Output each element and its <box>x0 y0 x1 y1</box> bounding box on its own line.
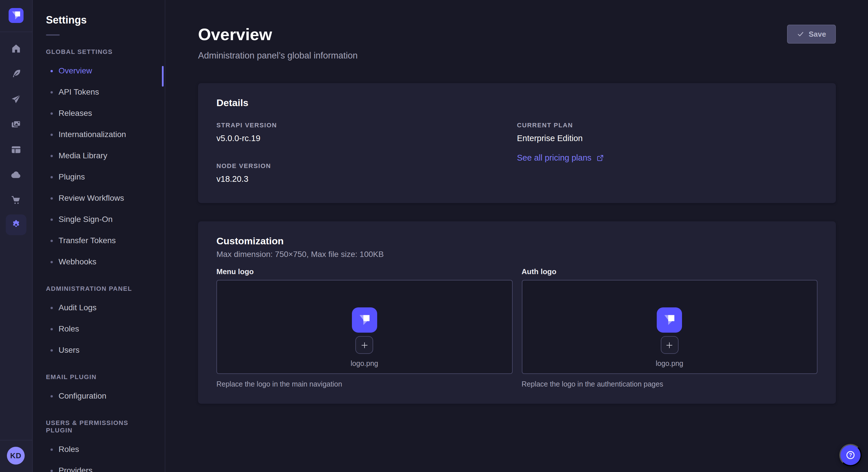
subnav-item-plugins[interactable]: Plugins <box>32 166 165 188</box>
cloud-icon <box>10 169 22 181</box>
feather-icon <box>10 68 22 80</box>
subnav-item-webhooks[interactable]: Webhooks <box>32 251 165 272</box>
strapi-logo-icon <box>660 311 679 329</box>
question-circle-icon: ? <box>844 449 857 461</box>
check-icon <box>797 30 804 38</box>
menu-logo-filename: logo.png <box>351 360 378 368</box>
plus-icon <box>361 341 369 349</box>
auth-logo-add-button[interactable] <box>661 336 679 354</box>
gear-icon <box>10 219 22 231</box>
section-title-users-permissions-plugin: USERS & PERMISSIONS PLUGIN <box>46 419 151 434</box>
rail-item-settings[interactable] <box>6 214 26 235</box>
save-button[interactable]: Save <box>787 25 836 43</box>
section-title-email-plugin: EMAIL PLUGIN <box>46 373 151 381</box>
strapi-logo-icon <box>9 8 24 23</box>
main-content: Overview Administration panel’s global i… <box>166 0 868 472</box>
rail-item-cloud[interactable] <box>5 164 28 187</box>
main-nav-rail: KD <box>0 0 33 472</box>
section-title-global-settings: GLOBAL SETTINGS <box>46 48 151 56</box>
auth-logo-label: Auth logo <box>522 267 817 276</box>
rail-item-content-manager[interactable] <box>5 138 28 161</box>
bullet-icon <box>51 70 53 72</box>
rail-item-marketplace[interactable] <box>5 189 28 212</box>
subnav-item-admin-roles[interactable]: Roles <box>32 318 165 339</box>
auth-logo-filename: logo.png <box>656 360 683 368</box>
menu-logo-add-button[interactable] <box>355 336 373 354</box>
rail-divider <box>0 32 32 32</box>
strapi-logo-icon <box>355 311 374 329</box>
subnav-item-admin-users[interactable]: Users <box>32 339 165 361</box>
field-value: v5.0.0-rc.19 <box>216 133 517 144</box>
bullet-icon <box>51 469 53 472</box>
menu-logo-preview[interactable] <box>352 307 377 333</box>
details-card-title: Details <box>216 97 817 109</box>
auth-logo-dropzone[interactable]: logo.png <box>522 280 817 374</box>
auth-logo-preview[interactable] <box>657 307 682 333</box>
subnav-item-transfer-tokens[interactable]: Transfer Tokens <box>32 230 165 251</box>
rail-item-releases[interactable] <box>5 88 28 111</box>
bullet-icon <box>51 133 53 136</box>
bullet-icon <box>51 112 53 114</box>
pricing-plans-link-label: See all pricing plans <box>517 152 592 164</box>
auth-logo-hint: Replace the logo in the authentication p… <box>522 380 817 389</box>
save-button-label: Save <box>809 30 826 38</box>
subnav-item-audit-logs[interactable]: Audit Logs <box>32 297 165 318</box>
bullet-icon <box>51 218 53 221</box>
subnav-scrollbar[interactable] <box>162 66 164 87</box>
customization-card: Customization Max dimension: 750×750, Ma… <box>198 222 836 404</box>
cart-icon <box>10 194 22 206</box>
subnav-item-up-roles[interactable]: Roles <box>32 439 165 460</box>
svg-text:?: ? <box>849 452 852 458</box>
pictures-icon <box>10 119 22 130</box>
user-avatar[interactable]: KD <box>7 447 25 465</box>
subnav-title-rule <box>46 34 60 36</box>
bullet-icon <box>51 261 53 263</box>
bullet-icon <box>51 349 53 351</box>
field-current-plan: CURRENT PLAN Enterprise Edition See all … <box>517 122 817 185</box>
subnav-item-up-providers[interactable]: Providers <box>32 460 165 472</box>
menu-logo-hint: Replace the logo in the main navigation <box>216 380 513 389</box>
subnav-title: Settings <box>46 14 151 26</box>
settings-subnav: Settings GLOBAL SETTINGS Overview API To… <box>32 0 165 472</box>
bullet-icon <box>51 239 53 242</box>
rail-item-home[interactable] <box>5 37 28 60</box>
field-node-version: NODE VERSION v18.20.3 <box>216 162 517 185</box>
bullet-icon <box>51 155 53 157</box>
bullet-icon <box>51 395 53 397</box>
subnav-item-api-tokens[interactable]: API Tokens <box>32 81 165 103</box>
field-label: CURRENT PLAN <box>517 122 817 129</box>
customization-card-subtitle: Max dimension: 750×750, Max file size: 1… <box>216 249 817 259</box>
subnav-item-email-configuration[interactable]: Configuration <box>32 385 165 407</box>
bullet-icon <box>51 307 53 309</box>
layout-icon <box>10 144 22 156</box>
section-title-administration-panel: ADMINISTRATION PANEL <box>46 285 151 293</box>
bullet-icon <box>51 176 53 178</box>
rail-item-content[interactable] <box>5 63 28 86</box>
menu-logo-label: Menu logo <box>216 267 513 276</box>
auth-logo-field: Auth logo <box>522 267 817 389</box>
rail-item-media[interactable] <box>5 113 28 136</box>
bullet-icon <box>51 328 53 330</box>
workspace-logo[interactable] <box>9 8 24 23</box>
help-button[interactable]: ? <box>839 444 862 466</box>
page-title: Overview <box>198 25 836 44</box>
details-card: Details STRAPI VERSION v5.0.0-rc.19 CURR… <box>198 83 836 203</box>
subnav-item-media-library[interactable]: Media Library <box>32 145 165 166</box>
subnav-item-releases[interactable]: Releases <box>32 103 165 124</box>
field-label: STRAPI VERSION <box>216 122 517 129</box>
field-value: Enterprise Edition <box>517 133 817 144</box>
pricing-plans-link[interactable]: See all pricing plans <box>517 152 604 164</box>
customization-card-title: Customization <box>216 235 817 247</box>
menu-logo-field: Menu logo <box>216 267 513 389</box>
field-value: v18.20.3 <box>216 173 517 185</box>
plus-icon <box>665 341 674 349</box>
subnav-item-review-workflows[interactable]: Review Workflows <box>32 188 165 209</box>
menu-logo-dropzone[interactable]: logo.png <box>216 280 513 374</box>
strapi-admin-settings-page: KD Settings GLOBAL SETTINGS Overview API… <box>0 0 868 472</box>
bullet-icon <box>51 448 53 450</box>
bullet-icon <box>51 197 53 199</box>
avatar-initials: KD <box>10 451 22 460</box>
subnav-item-internationalization[interactable]: Internationalization <box>32 124 165 145</box>
subnav-item-single-sign-on[interactable]: Single Sign-On <box>32 209 165 230</box>
subnav-item-overview[interactable]: Overview <box>32 60 165 81</box>
